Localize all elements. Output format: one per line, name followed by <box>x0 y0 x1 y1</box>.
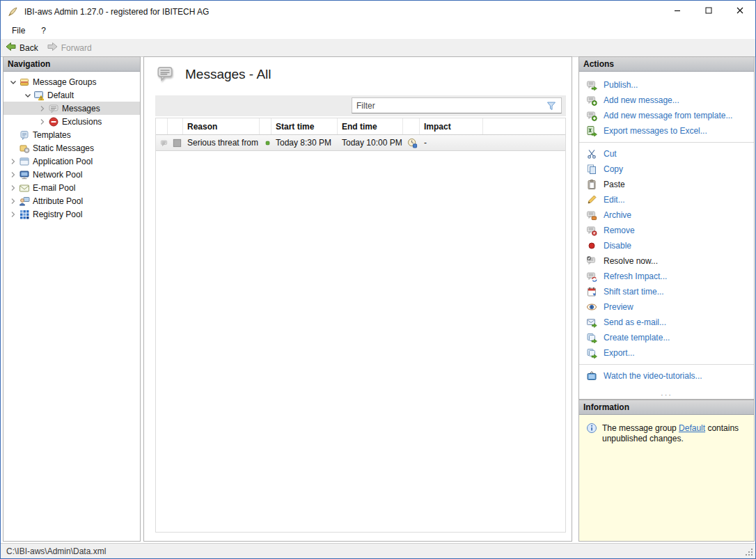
column-header-impact[interactable]: Impact <box>420 118 483 134</box>
action-paste[interactable]: Paste <box>579 177 754 192</box>
back-button[interactable]: Back <box>5 41 38 54</box>
sidebar-item-attribute-pool[interactable]: Attribute Pool <box>3 194 140 207</box>
actions-separator <box>579 364 754 365</box>
maximize-button[interactable] <box>693 1 724 22</box>
minimize-button[interactable] <box>661 1 693 22</box>
cut-icon <box>586 148 597 159</box>
table-row[interactable]: Serious threat from ...Today 8:30 PMToda… <box>156 135 565 151</box>
application-pool-icon <box>19 156 30 167</box>
paste-icon <box>586 179 597 190</box>
chevron-down-icon[interactable] <box>22 90 33 101</box>
filter-strip <box>155 95 566 116</box>
status-file-path: C:\IBI-aws\Admin\Data.xml <box>6 546 106 556</box>
action-archive[interactable]: Archive <box>579 207 754 223</box>
action-create-template[interactable]: Create template... <box>579 330 754 345</box>
action-add-new-message[interactable]: Add new message... <box>579 93 754 108</box>
action-resolve-now[interactable]: Resolve now... <box>579 253 754 269</box>
chevron-down-icon[interactable] <box>8 77 19 88</box>
sidebar-item-label: Application Pool <box>33 157 93 166</box>
sidebar-item-network-pool[interactable]: Network Pool <box>3 168 140 181</box>
column-header-empty[interactable] <box>156 118 168 134</box>
chevron-right-icon[interactable] <box>8 156 19 167</box>
action-remove[interactable]: Remove <box>579 223 754 238</box>
chevron-spacer <box>8 129 19 141</box>
menu-file[interactable]: File <box>12 26 25 36</box>
window-controls <box>661 1 755 22</box>
clock-icon <box>403 135 420 150</box>
action-label: Resolve now... <box>604 256 658 266</box>
action-refresh-impact[interactable]: Refresh Impact... <box>579 269 754 284</box>
sidebar-item-label: Message Groups <box>33 77 96 87</box>
close-button[interactable] <box>724 1 755 22</box>
chevron-right-icon[interactable] <box>8 209 19 220</box>
column-header-empty[interactable] <box>403 118 420 134</box>
sidebar-item-label: Exclusions <box>62 117 102 127</box>
sidebar-item-application-pool[interactable]: Application Pool <box>3 155 140 168</box>
action-label: Remove <box>604 226 635 235</box>
column-header-end-time[interactable]: End time <box>338 118 403 134</box>
panel-splitter-handle[interactable]: ··· <box>579 391 754 398</box>
sidebar-item-messages[interactable]: Messages <box>3 102 140 115</box>
column-header-empty[interactable] <box>168 118 183 134</box>
sidebar-item-default[interactable]: Default <box>3 88 140 102</box>
resize-grip[interactable] <box>745 548 753 556</box>
action-edit[interactable]: Edit... <box>579 192 754 207</box>
sidebar-item-e-mail-pool[interactable]: E-mail Pool <box>3 181 140 194</box>
attribute-pool-icon <box>19 196 30 207</box>
action-shift-start-time[interactable]: Shift start time... <box>579 284 754 299</box>
information-message: The message group Default contains unpub… <box>579 415 754 444</box>
sidebar-item-label: Attribute Pool <box>33 196 83 206</box>
exclusions-icon <box>48 116 59 127</box>
back-icon <box>5 41 16 54</box>
filter-input[interactable] <box>352 101 546 111</box>
messages-table: ReasonStart timeEnd timeImpact Serious t… <box>155 118 566 533</box>
default-group-link[interactable]: Default <box>679 423 705 433</box>
sidebar-item-static-messages[interactable]: Static Messages <box>3 141 140 155</box>
chevron-right-icon[interactable] <box>8 196 19 207</box>
menu-bar: File ? <box>1 22 755 39</box>
information-text-before: The message group <box>602 423 679 433</box>
action-export[interactable]: Export... <box>579 345 754 361</box>
templates-icon <box>19 129 30 141</box>
network-pool-icon <box>19 169 30 180</box>
column-header-empty[interactable] <box>260 118 271 134</box>
action-copy[interactable]: Copy <box>579 162 754 177</box>
messages-icon <box>156 135 168 150</box>
column-header-reason[interactable]: Reason <box>183 118 260 134</box>
chevron-right-icon[interactable] <box>8 169 19 180</box>
chevron-right-icon[interactable] <box>37 103 48 114</box>
sidebar-item-registry-pool[interactable]: Registry Pool <box>3 207 140 221</box>
action-disable[interactable]: Disable <box>579 238 754 253</box>
action-label: Send as e-mail... <box>604 317 666 327</box>
forward-button[interactable]: Forward <box>47 41 92 54</box>
action-publish[interactable]: Publish... <box>579 77 754 93</box>
action-preview[interactable]: Preview <box>579 299 754 315</box>
action-send-as-e-mail[interactable]: Send as e-mail... <box>579 315 754 330</box>
sidebar-item-exclusions[interactable]: Exclusions <box>3 115 140 128</box>
action-label: Cut <box>604 149 617 159</box>
app-window: IBI-aws Admin 1.27.0 - registered for IB… <box>0 0 756 559</box>
filter-icon[interactable] <box>546 100 557 111</box>
minimize-icon <box>672 5 683 19</box>
action-cut[interactable]: Cut <box>579 146 754 162</box>
sidebar-item-templates[interactable]: Templates <box>3 128 140 141</box>
refresh-impact-icon <box>586 271 597 282</box>
publish-icon <box>586 79 597 90</box>
action-label: Add new message from template... <box>604 111 732 120</box>
page-title: Messages - All <box>185 67 271 82</box>
maximize-icon <box>703 5 714 19</box>
action-watch-the-video-tutorials[interactable]: Watch the video-tutorials... <box>579 368 754 384</box>
chevron-right-icon[interactable] <box>37 116 48 127</box>
cell-start-time: Today 8:30 PM <box>271 135 338 150</box>
action-export-messages-to-excel[interactable]: Export messages to Excel... <box>579 123 754 139</box>
action-add-new-message-from-template[interactable]: Add new message from template... <box>579 108 754 123</box>
information-panel: Information The message group Default co… <box>578 400 755 542</box>
sidebar-item-label: E-mail Pool <box>33 183 75 193</box>
column-header-start-time[interactable]: Start time <box>271 118 338 134</box>
cell-filler <box>483 135 565 150</box>
action-label: Watch the video-tutorials... <box>604 371 702 381</box>
chevron-right-icon[interactable] <box>8 182 19 194</box>
menu-help[interactable]: ? <box>41 26 46 36</box>
action-label: Shift start time... <box>604 287 664 297</box>
sidebar-item-message-groups[interactable]: Message Groups <box>3 75 140 88</box>
